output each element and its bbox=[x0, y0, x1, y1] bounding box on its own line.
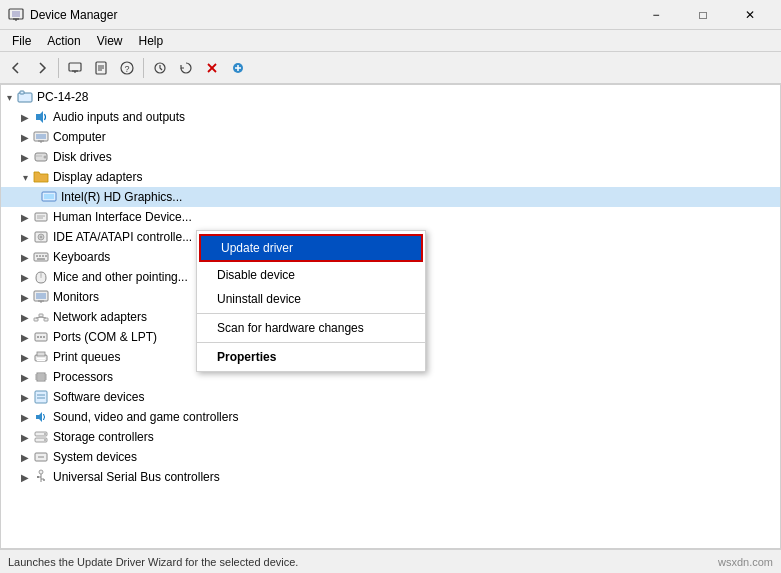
usb-label: Universal Serial Bus controllers bbox=[53, 470, 220, 484]
context-menu-update-driver[interactable]: Update driver bbox=[201, 236, 421, 260]
root-expand-icon[interactable]: ▾ bbox=[1, 89, 17, 105]
storage-expand-icon[interactable]: ▶ bbox=[17, 429, 33, 445]
monitors-expand-icon[interactable]: ▶ bbox=[17, 289, 33, 305]
svg-point-80 bbox=[39, 470, 43, 474]
system-icon bbox=[33, 449, 49, 465]
toolbar-scan[interactable] bbox=[148, 56, 172, 80]
tree-item-storage[interactable]: ▶ Storage controllers bbox=[1, 427, 780, 447]
tree-item-audio[interactable]: ▶ Audio inputs and outputs bbox=[1, 107, 780, 127]
title-bar-text: Device Manager bbox=[30, 8, 633, 22]
menu-action[interactable]: Action bbox=[39, 32, 88, 50]
svg-rect-42 bbox=[37, 258, 45, 260]
toolbar-uninstall[interactable] bbox=[200, 56, 224, 80]
ports-expand-icon[interactable]: ▶ bbox=[17, 329, 33, 345]
disable-device-label: Disable device bbox=[217, 268, 295, 282]
mice-icon bbox=[33, 269, 49, 285]
processors-expand-icon[interactable]: ▶ bbox=[17, 369, 33, 385]
svg-point-57 bbox=[43, 336, 45, 338]
mice-expand-icon[interactable]: ▶ bbox=[17, 269, 33, 285]
context-menu-scan-hardware[interactable]: Scan for hardware changes bbox=[197, 316, 425, 340]
svg-rect-84 bbox=[37, 476, 39, 478]
intel-label: Intel(R) HD Graphics... bbox=[61, 190, 182, 204]
network-expand-icon[interactable]: ▶ bbox=[17, 309, 33, 325]
menu-view[interactable]: View bbox=[89, 32, 131, 50]
context-menu-properties[interactable]: Properties bbox=[197, 345, 425, 369]
context-menu-sep-2 bbox=[197, 342, 425, 343]
tree-item-display[interactable]: ▾ Display adapters bbox=[1, 167, 780, 187]
svg-rect-40 bbox=[42, 255, 44, 257]
context-menu-sep-1 bbox=[197, 313, 425, 314]
hid-expand-icon[interactable]: ▶ bbox=[17, 209, 33, 225]
title-bar: Device Manager − □ ✕ bbox=[0, 0, 781, 30]
maximize-button[interactable]: □ bbox=[680, 0, 726, 30]
system-expand-icon[interactable]: ▶ bbox=[17, 449, 33, 465]
context-menu: Update driver Disable device Uninstall d… bbox=[196, 230, 426, 372]
toolbar-sep-1 bbox=[58, 58, 59, 78]
svg-rect-59 bbox=[37, 352, 45, 356]
tree-item-intel[interactable]: Intel(R) HD Graphics... bbox=[1, 187, 780, 207]
svg-line-52 bbox=[36, 317, 41, 318]
status-text: Launches the Update Driver Wizard for th… bbox=[8, 556, 298, 568]
tree-item-hid[interactable]: ▶ Human Interface Device... bbox=[1, 207, 780, 227]
svg-marker-21 bbox=[36, 111, 43, 123]
diskdrives-expand-icon[interactable]: ▶ bbox=[17, 149, 33, 165]
svg-point-44 bbox=[40, 274, 42, 277]
toolbar-add[interactable] bbox=[226, 56, 250, 80]
tree-root[interactable]: ▾ PC-14-28 bbox=[1, 87, 780, 107]
title-bar-controls: − □ ✕ bbox=[633, 0, 773, 30]
software-expand-icon[interactable]: ▶ bbox=[17, 389, 33, 405]
root-label: PC-14-28 bbox=[37, 90, 88, 104]
app-icon bbox=[8, 7, 24, 23]
svg-rect-41 bbox=[45, 255, 47, 257]
svg-rect-23 bbox=[36, 134, 46, 139]
svg-rect-39 bbox=[39, 255, 41, 257]
toolbar-help[interactable]: ? bbox=[115, 56, 139, 80]
audio-icon bbox=[33, 109, 49, 125]
keyboards-expand-icon[interactable]: ▶ bbox=[17, 249, 33, 265]
ide-expand-icon[interactable]: ▶ bbox=[17, 229, 33, 245]
sound-label: Sound, video and game controllers bbox=[53, 410, 238, 424]
status-bar: Launches the Update Driver Wizard for th… bbox=[0, 549, 781, 573]
svg-rect-20 bbox=[20, 91, 24, 94]
menu-help[interactable]: Help bbox=[131, 32, 172, 50]
printqueues-expand-icon[interactable]: ▶ bbox=[17, 349, 33, 365]
svg-rect-50 bbox=[39, 314, 43, 317]
context-menu-disable-device[interactable]: Disable device bbox=[197, 263, 425, 287]
sound-expand-icon[interactable]: ▶ bbox=[17, 409, 33, 425]
svg-text:?: ? bbox=[124, 64, 129, 74]
display-expand-icon[interactable]: ▾ bbox=[17, 169, 33, 185]
keyboards-icon bbox=[33, 249, 49, 265]
minimize-button[interactable]: − bbox=[633, 0, 679, 30]
toolbar-update[interactable] bbox=[174, 56, 198, 80]
tree-item-system[interactable]: ▶ System devices bbox=[1, 447, 780, 467]
menu-file[interactable]: File bbox=[4, 32, 39, 50]
tree-item-diskdrives[interactable]: ▶ Disk drives bbox=[1, 147, 780, 167]
tree-item-computer[interactable]: ▶ Computer bbox=[1, 127, 780, 147]
computer-label: Computer bbox=[53, 130, 106, 144]
close-button[interactable]: ✕ bbox=[727, 0, 773, 30]
usb-expand-icon[interactable]: ▶ bbox=[17, 469, 33, 485]
computer-icon bbox=[33, 129, 49, 145]
monitors-label: Monitors bbox=[53, 290, 99, 304]
svg-rect-30 bbox=[44, 194, 54, 199]
system-label: System devices bbox=[53, 450, 137, 464]
ports-icon bbox=[33, 329, 49, 345]
tree-item-software[interactable]: ▶ Software devices bbox=[1, 387, 780, 407]
display-folder-icon bbox=[33, 169, 49, 185]
processors-icon bbox=[33, 369, 49, 385]
tree-item-sound[interactable]: ▶ Sound, video and game controllers bbox=[1, 407, 780, 427]
uninstall-device-label: Uninstall device bbox=[217, 292, 301, 306]
toolbar-back[interactable] bbox=[4, 56, 28, 80]
toolbar-forward[interactable] bbox=[30, 56, 54, 80]
toolbar-properties[interactable] bbox=[89, 56, 113, 80]
toolbar-device-manager[interactable] bbox=[63, 56, 87, 80]
svg-point-55 bbox=[37, 336, 39, 338]
svg-rect-4 bbox=[69, 63, 81, 71]
computer-expand-icon[interactable]: ▶ bbox=[17, 129, 33, 145]
audio-expand-icon[interactable]: ▶ bbox=[17, 109, 33, 125]
svg-point-76 bbox=[44, 433, 46, 435]
svg-rect-63 bbox=[38, 374, 44, 380]
tree-item-usb[interactable]: ▶ Universal Serial Bus controllers bbox=[1, 467, 780, 487]
software-label: Software devices bbox=[53, 390, 144, 404]
context-menu-uninstall-device[interactable]: Uninstall device bbox=[197, 287, 425, 311]
